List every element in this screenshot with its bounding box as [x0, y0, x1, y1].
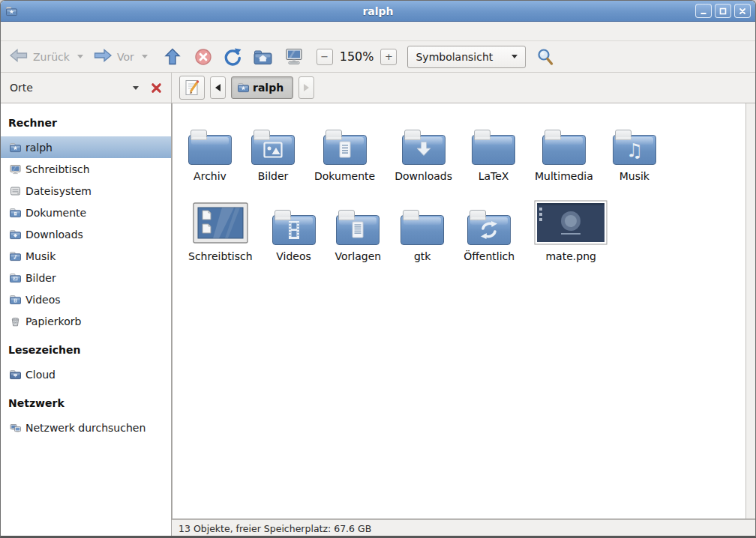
file-label: Öffentlich: [464, 250, 514, 262]
file-label: Musik: [620, 170, 650, 182]
home-folder-icon: [5, 5, 18, 17]
search-icon: [536, 47, 554, 67]
titlebar[interactable]: ralph: [1, 1, 755, 22]
sidebar-item-cloud[interactable]: Cloud: [1, 363, 171, 385]
places-selector[interactable]: Orte: [10, 82, 33, 94]
zoom-out-icon: −: [320, 51, 328, 62]
places-chevron-icon[interactable]: [133, 86, 139, 90]
file-vorlagen[interactable]: Vorlagen: [326, 199, 392, 262]
up-button[interactable]: [161, 46, 184, 68]
file-downloads[interactable]: Downloads: [385, 118, 462, 182]
folder-icon: [400, 199, 444, 245]
breadcrumb-scroll-right-button[interactable]: [298, 76, 314, 99]
sidebar-item-label: Netzwerk durchsuchen: [26, 422, 146, 434]
search-button[interactable]: [535, 46, 556, 68]
file-o-ffentlich[interactable]: Öffentlich: [454, 199, 524, 262]
vertical-scrollbar[interactable]: [746, 103, 755, 519]
file-view[interactable]: ArchivBilderDokumenteDownloadsLaTeXMulti…: [172, 103, 755, 519]
file-row-1: ArchivBilderDokumenteDownloadsLaTeXMulti…: [178, 118, 740, 182]
file-musik[interactable]: ♫Musik: [603, 118, 666, 182]
close-sidebar-button[interactable]: [151, 82, 162, 94]
stop-button[interactable]: [192, 46, 214, 68]
close-icon: [738, 7, 747, 16]
sidebar-item-downloads[interactable]: Downloads: [1, 223, 171, 245]
home-button[interactable]: [251, 46, 274, 67]
breadcrumb-segment-ralph[interactable]: ralph: [231, 76, 293, 99]
forward-history-chevron-icon[interactable]: [142, 55, 148, 58]
breadcrumb-label: ralph: [253, 82, 284, 94]
network-icon: [9, 422, 22, 434]
file-label: LaTeX: [478, 170, 509, 182]
file-dokumente[interactable]: Dokumente: [304, 118, 385, 182]
folder-image-icon: [251, 118, 295, 165]
back-button[interactable]: Zurück: [8, 46, 83, 67]
sidebar-item-label: Dateisystem: [26, 185, 92, 197]
folder-music-icon: [9, 250, 22, 262]
filesystem-icon: [9, 185, 22, 197]
triangle-right-icon: [304, 84, 309, 91]
trash-icon: [9, 315, 22, 327]
image-thumbnail-icon: [534, 199, 608, 245]
close-button[interactable]: [734, 4, 751, 18]
view-mode-select[interactable]: Symbolansicht: [407, 46, 526, 68]
sidebar-item-label: Schreibtisch: [26, 163, 90, 175]
sidebar: Rechner ralphSchreibtischDateisystem Dok…: [1, 103, 172, 537]
file-gtk[interactable]: gtk: [391, 199, 454, 262]
home-folder-icon: [237, 82, 250, 94]
file-multimedia[interactable]: Multimedia: [525, 118, 603, 182]
folder-videos-icon: [9, 294, 22, 306]
folder-documents-icon: [9, 207, 22, 219]
zoom-out-button[interactable]: −: [316, 49, 333, 65]
zoom-in-button[interactable]: +: [380, 49, 397, 65]
triangle-left-icon: [215, 84, 220, 91]
edit-pencil-icon: [184, 79, 200, 97]
sidebar-item-schreibtisch[interactable]: Schreibtisch: [1, 158, 171, 180]
refresh-button[interactable]: [221, 46, 244, 68]
minimize-button[interactable]: [695, 4, 712, 18]
forward-button[interactable]: Vor: [92, 46, 148, 67]
file-manager-window: ralph Zurück Vor: [0, 0, 756, 538]
breadcrumb-scroll-left-button[interactable]: [210, 76, 226, 99]
status-text: 13 Objekte, freier Speicherplatz: 67.6 G…: [178, 523, 371, 534]
computer-icon: [284, 47, 304, 67]
desktop-icon: [9, 163, 22, 175]
file-archiv[interactable]: Archiv: [178, 118, 242, 182]
maximize-button[interactable]: [715, 4, 731, 18]
file-row-2: SchreibtischVideosVorlagengtkÖffentlich …: [178, 199, 740, 262]
folder-icon: [472, 118, 515, 165]
up-arrow-icon: [163, 47, 182, 67]
sidebar-item-label: Videos: [26, 294, 61, 306]
file-label: Dokumente: [314, 170, 375, 182]
file-videos[interactable]: Videos: [262, 199, 326, 262]
folder-template-icon: [336, 199, 380, 245]
file-label: Videos: [276, 250, 311, 262]
view-mode-value: Symbolansicht: [416, 51, 498, 63]
edit-location-button[interactable]: [179, 76, 205, 100]
back-history-chevron-icon[interactable]: [77, 55, 83, 58]
sidebar-item-musik[interactable]: Musik: [1, 245, 171, 267]
sidebar-item-videos[interactable]: Videos: [1, 288, 171, 310]
forward-arrow-icon: [92, 46, 113, 67]
file-label: Archiv: [194, 170, 226, 182]
sidebar-item-ralph[interactable]: ralph: [1, 136, 171, 158]
file-latex[interactable]: LaTeX: [462, 118, 525, 182]
home-folder-icon: [9, 142, 22, 154]
sidebar-item-dateisystem[interactable]: Dateisystem: [1, 180, 171, 202]
forward-label: Vor: [117, 51, 134, 63]
file-schreibtisch[interactable]: Schreibtisch: [178, 199, 262, 262]
sidebar-item-label: Downloads: [26, 229, 83, 241]
sidebar-item-dokumente[interactable]: Dokumente: [1, 202, 171, 223]
file-label: Bilder: [258, 170, 289, 182]
sidebar-item-netzwerk-durchsuchen[interactable]: Netzwerk durchsuchen: [1, 417, 171, 438]
sidebar-heading-netzwerk: Netzwerk: [1, 393, 171, 417]
sidebar-item-papierkorb[interactable]: Papierkorb: [1, 310, 171, 332]
file-mate-png[interactable]: mate.png: [524, 199, 617, 262]
sidebar-item-bilder[interactable]: Bilder: [1, 267, 171, 288]
file-label: gtk: [414, 250, 430, 262]
zoom-level: 150%: [340, 49, 374, 64]
location-bar: Orte ralph: [1, 73, 755, 103]
file-bilder[interactable]: Bilder: [242, 118, 304, 182]
folder-document-icon: [323, 118, 367, 165]
chevron-down-icon: [512, 55, 518, 58]
computer-button[interactable]: [282, 46, 306, 68]
